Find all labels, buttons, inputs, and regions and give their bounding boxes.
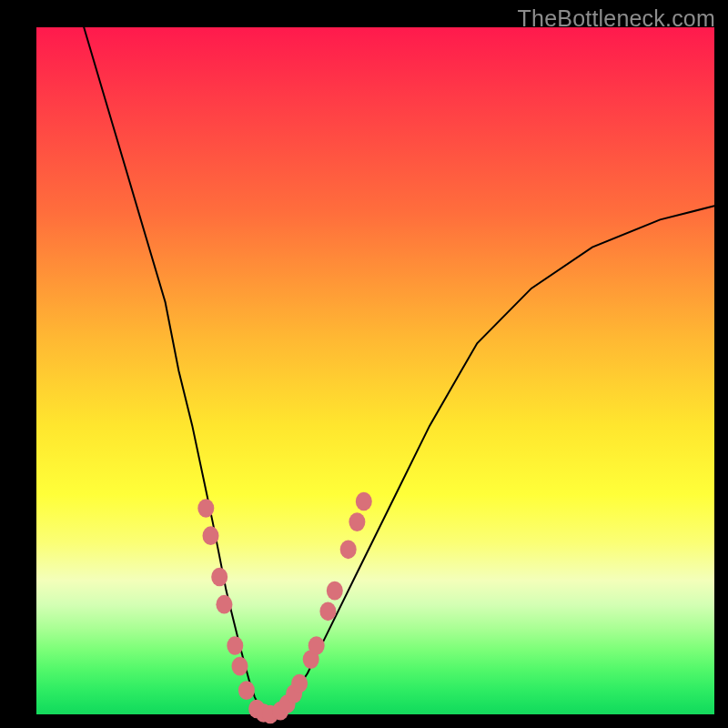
plot-area — [36, 27, 714, 714]
curve-dot — [232, 657, 248, 676]
curve-dot — [216, 595, 232, 614]
curve-left — [84, 27, 274, 714]
curve-dot — [211, 568, 228, 587]
curve-dot — [291, 674, 308, 693]
bottleneck-curve — [36, 27, 714, 714]
curve-dot — [340, 540, 357, 559]
curve-dot — [319, 602, 336, 621]
curve-dot — [238, 681, 255, 700]
curve-dot — [227, 636, 243, 655]
curve-dot — [197, 499, 214, 518]
curve-dot — [308, 636, 325, 655]
curve-right — [267, 206, 714, 714]
curve-dot — [203, 526, 219, 545]
curve-dot — [349, 512, 365, 531]
curve-dot — [327, 581, 343, 601]
chart-frame: TheBottleneck.com — [0, 0, 728, 728]
curve-dots — [197, 492, 371, 724]
curve-dot — [356, 492, 372, 511]
watermark-text: TheBottleneck.com — [518, 5, 715, 32]
